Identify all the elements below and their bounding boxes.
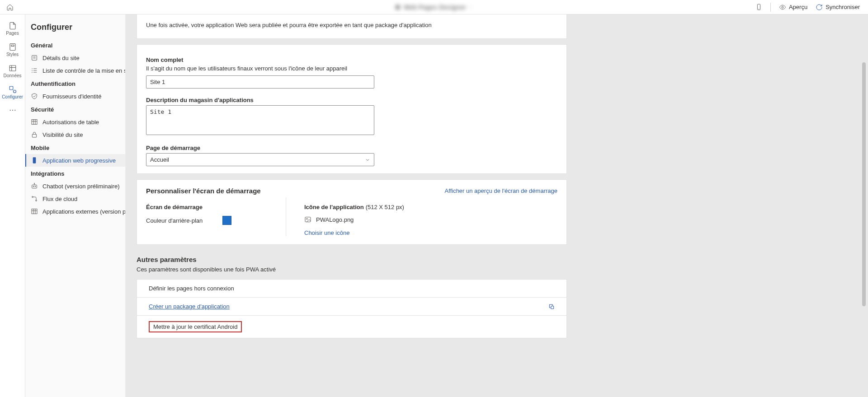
svg-rect-30 — [32, 209, 37, 214]
sidebar-item-site-visibility[interactable]: Visibilité du site — [25, 128, 125, 141]
table-icon — [31, 118, 38, 126]
divider — [770, 3, 771, 12]
svg-point-10 — [13, 90, 16, 93]
splash-preview-link[interactable]: Afficher un aperçu de l'écran de démarra… — [445, 187, 557, 194]
svg-point-29 — [36, 200, 37, 201]
other-heading: Autres paramètres — [137, 256, 567, 263]
svg-rect-6 — [9, 65, 16, 71]
svg-rect-34 — [305, 217, 311, 222]
data-icon — [9, 64, 17, 72]
group-auth: Authentification — [25, 77, 125, 90]
settings-sidebar: Configurer Général Détails du site Liste… — [25, 14, 126, 397]
sidebar-item-site-details[interactable]: Détails du site — [25, 51, 125, 64]
info-icon — [31, 54, 38, 61]
rail-configure-label: Configurer — [2, 94, 23, 99]
group-integrations: Intégrations — [25, 167, 125, 180]
checklist-icon — [31, 67, 38, 74]
sidebar-item-external-apps[interactable]: Applications externes (version prél... — [25, 205, 125, 218]
sidebar-item-label: Flux de cloud — [42, 196, 77, 202]
rail-styles[interactable]: Styles — [0, 39, 25, 61]
group-general: Général — [25, 38, 125, 51]
svg-rect-23 — [32, 185, 37, 188]
home-icon — [6, 4, 14, 11]
scrollbar-thumb[interactable] — [862, 62, 866, 306]
sidebar-title: Configurer — [25, 20, 125, 38]
table-icon — [31, 208, 38, 215]
svg-rect-9 — [9, 86, 13, 90]
full-name-input[interactable] — [146, 75, 374, 89]
svg-rect-37 — [551, 306, 554, 308]
rail-pages-label: Pages — [6, 31, 19, 36]
lock-icon — [31, 131, 38, 138]
card-app-details: Nom complet Il s'agit du nom que les uti… — [137, 44, 567, 174]
sidebar-item-label: Visibilité du site — [42, 131, 83, 138]
svg-point-3 — [782, 6, 783, 8]
app-icon-filename: PWALogo.png — [316, 216, 354, 223]
rail-data-label: Données — [3, 73, 21, 78]
description-input[interactable] — [146, 105, 374, 135]
full-name-label: Nom complet — [146, 56, 557, 63]
sidebar-item-label: Détails du site — [42, 55, 80, 61]
preview-label: Aperçu — [789, 4, 807, 10]
sidebar-item-identity-providers[interactable]: Fournisseurs d'identité — [25, 90, 125, 103]
shield-icon — [31, 93, 38, 100]
svg-rect-4 — [10, 44, 15, 51]
sidebar-item-chatbot[interactable]: Chatbot (version préliminaire) — [25, 180, 125, 192]
rail-configure[interactable]: Configurer — [0, 82, 25, 103]
bot-icon — [31, 182, 38, 190]
startpage-label: Page de démarrage — [146, 145, 557, 151]
sync-label: Synchroniser — [826, 4, 860, 10]
row-offline-label: Définir les pages hors connexion — [149, 285, 234, 292]
device-preview-button[interactable] — [755, 4, 762, 10]
scrollbar[interactable] — [861, 17, 867, 396]
sidebar-item-cloud-flows[interactable]: Flux de cloud — [25, 192, 125, 205]
rail-more[interactable]: ⋯ — [9, 106, 16, 114]
sidebar-item-pwa[interactable]: Application web progressive — [25, 154, 125, 167]
row-android-cert-highlight: Mettre à jour le certificat Android — [149, 321, 242, 332]
svg-rect-17 — [32, 120, 37, 125]
svg-point-25 — [35, 186, 36, 187]
sidebar-item-label: Chatbot (version préliminaire) — [42, 183, 120, 190]
sidebar-item-label: Applications externes (version prél... — [42, 208, 125, 215]
group-mobile: Mobile — [25, 141, 125, 154]
main-content: Une fois activée, votre application Web … — [126, 14, 868, 397]
sync-button[interactable]: Synchroniser — [816, 4, 860, 11]
bg-color-swatch[interactable] — [222, 216, 231, 225]
sidebar-item-golive-checklist[interactable]: Liste de contrôle de la mise en ser... — [25, 64, 125, 77]
startpage-select[interactable]: Accueil — [146, 153, 374, 166]
flow-icon — [31, 195, 38, 202]
eye-icon — [779, 4, 786, 11]
activation-note: Une fois activée, votre application Web … — [146, 22, 557, 28]
svg-rect-21 — [32, 134, 36, 137]
svg-rect-22 — [33, 157, 36, 163]
sidebar-item-label: Liste de contrôle de la mise en ser... — [42, 67, 125, 74]
row-package-link[interactable]: Créer un package d'application — [149, 303, 230, 310]
sidebar-item-table-permissions[interactable]: Autorisations de table — [25, 116, 125, 128]
row-offline-pages[interactable]: Définir les pages hors connexion — [137, 280, 566, 298]
app-title-blurred: Web Pages Designer — [395, 4, 473, 11]
rail-data[interactable]: Données — [0, 61, 25, 82]
row-android-cert[interactable]: Mettre à jour le certificat Android — [137, 316, 566, 338]
svg-rect-11 — [32, 56, 37, 61]
row-create-package[interactable]: Créer un package d'application — [137, 298, 566, 316]
splash-screen-label: Écran de démarrage — [146, 204, 286, 210]
bg-color-label: Couleur d'arrière-plan — [146, 217, 203, 224]
svg-rect-0 — [396, 5, 401, 9]
row-android-cert-label: Mettre à jour le certificat Android — [153, 323, 237, 330]
left-rail: Pages Styles Données Configurer ⋯ — [0, 14, 25, 397]
app-icon-dim: (512 X 512 px) — [366, 204, 404, 210]
phone-icon — [755, 4, 762, 10]
styles-icon — [9, 43, 17, 51]
choose-icon-link[interactable]: Choisir une icône — [304, 229, 349, 236]
other-sub: Ces paramètres sont disponibles une fois… — [137, 266, 567, 273]
full-name-sub: Il s'agit du nom que les utilisateurs fi… — [146, 65, 557, 72]
sidebar-item-label: Application web progressive — [42, 157, 116, 164]
app-icon-label: Icône de l'application — [304, 204, 364, 210]
preview-button[interactable]: Aperçu — [779, 4, 807, 11]
sync-icon — [816, 4, 823, 11]
image-icon — [304, 216, 311, 223]
rail-pages[interactable]: Pages — [0, 18, 25, 39]
chevron-down-icon — [365, 157, 370, 163]
home-button[interactable] — [4, 4, 16, 11]
svg-point-28 — [32, 196, 33, 198]
